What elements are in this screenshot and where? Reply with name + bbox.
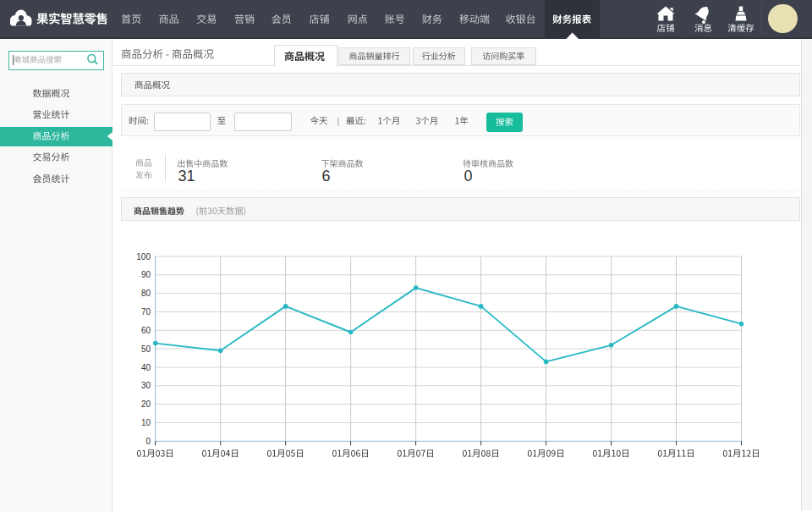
- svg-text:50: 50: [141, 344, 151, 354]
- svg-text:80: 80: [141, 289, 151, 298]
- svg-text:40: 40: [141, 363, 151, 372]
- svg-text:|: |: [337, 116, 340, 126]
- svg-text:31: 31: [178, 168, 195, 184]
- svg-text:90: 90: [141, 270, 151, 279]
- svg-text:70: 70: [141, 307, 151, 317]
- svg-text:6: 6: [322, 168, 331, 184]
- svg-text:100: 100: [136, 252, 151, 262]
- svg-text:60: 60: [141, 326, 151, 335]
- svg-text:20: 20: [141, 399, 151, 409]
- svg-text:30: 30: [141, 381, 151, 390]
- svg-text:0: 0: [145, 437, 151, 446]
- svg-text:10: 10: [141, 418, 151, 427]
- svg-text:0: 0: [464, 168, 473, 184]
